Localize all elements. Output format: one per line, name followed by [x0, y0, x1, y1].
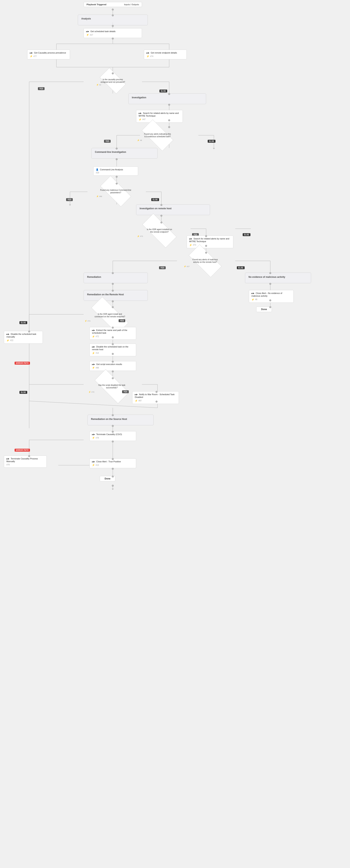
- yes-badge-2: YES: [104, 140, 111, 143]
- else-badge-4: ELSE: [243, 233, 250, 236]
- close-no-evidence-node[interactable]: ▶ Close Alert - No evidence of malicious…: [249, 290, 293, 303]
- disable-manually-title: Disable the scheduled task manually: [6, 333, 36, 338]
- connector-circle: [112, 343, 114, 345]
- get-causality-id: #77: [33, 55, 37, 57]
- cmdline-analysis-node[interactable]: 👤 Command-Line Analysis #29: [93, 166, 138, 176]
- lightning-icon: ⚡: [146, 55, 149, 58]
- found-malicious-remote-wrapper: Found any alerts of maliciousactivity on…: [183, 252, 228, 270]
- connector-circle: [112, 72, 114, 74]
- connector-circle: [112, 431, 114, 433]
- person-icon: 👤: [96, 168, 99, 171]
- cmdline-investigation-label: Command-line Investigation: [93, 150, 128, 154]
- connector-circle: [205, 235, 207, 237]
- is-xdr-remote-wrapper: Is the XDR agent installed onthe remote …: [136, 222, 183, 240]
- disable-manually-node[interactable]: ▶ Disable the scheduled task manually ⚡ …: [4, 331, 43, 344]
- play-icon: ▶: [6, 333, 9, 335]
- get-causality-node[interactable]: ▶ Get Causality process prevalence ⚡ #77: [27, 50, 70, 59]
- search-related-title: Search for related alerts by name and MI…: [139, 112, 179, 117]
- get-scheduled-id: #27: [90, 34, 93, 36]
- play-icon: ▶: [251, 292, 254, 294]
- connector-circle: [112, 306, 114, 308]
- connector-circle: [168, 104, 170, 106]
- lightning-icon: ⚡: [189, 244, 192, 246]
- error-path-badge-1: ERROR PATH: [14, 362, 30, 365]
- get-remote-id: #74: [150, 55, 153, 57]
- yes-badge-xdr: YES: [118, 319, 125, 322]
- connector-circle: [112, 458, 114, 460]
- is-xdr-connected-label: Is the XDR agent install andconnected on…: [83, 308, 136, 323]
- is-xdr-remote-label: Is the XDR agent installed onthe remote …: [136, 223, 183, 239]
- get-causality-title: Get Causality process prevalence: [34, 52, 66, 54]
- connector-circle: [112, 440, 114, 442]
- lightning-icon: ⚡: [96, 195, 99, 197]
- connector-circle: [205, 245, 207, 247]
- connector-circle: [269, 283, 271, 285]
- connector-circle: [161, 215, 162, 217]
- play-icon: ▶: [135, 393, 138, 396]
- connector-circle: [112, 370, 114, 372]
- no-evidence-label: No evidence of malicious activity: [247, 275, 287, 279]
- lightning-icon: ⚡: [89, 391, 91, 393]
- else-badge-3: ELSE: [151, 198, 159, 201]
- analysis-label: Analysis: [80, 17, 92, 21]
- connector-circle: [116, 148, 118, 150]
- connector-circle: [161, 221, 162, 223]
- play-icon: ▶: [92, 433, 95, 436]
- connector-circle: [112, 300, 114, 302]
- search-mitre-node[interactable]: ▶ Search for related alerts by name and …: [187, 236, 233, 248]
- connector-circle: [112, 14, 114, 17]
- trigger-node[interactable]: Playbook Triggered Inputs / Outputs: [83, 2, 142, 7]
- connector-circle: [116, 176, 118, 178]
- remediation-group-label: Remediation: [85, 275, 103, 279]
- close-no-evidence-title: Close Alert - No evidence of malicious a…: [251, 292, 282, 297]
- connector-circle: [112, 336, 114, 338]
- terminate-manually-title: Terminate Causality Process Manually: [6, 458, 38, 463]
- cmdline-analysis-title: Command-Line Analysis: [100, 168, 123, 171]
- else-badge-5: ELSE: [237, 266, 245, 269]
- connector-circle: [205, 252, 207, 254]
- lightning-icon: ⚡: [92, 464, 95, 466]
- connector-circle: [112, 25, 114, 27]
- close-true-positive-title: Close Alert - True Positive: [96, 460, 121, 463]
- close-true-positive-id: #13: [96, 464, 99, 466]
- disable-manually-id: #22: [10, 339, 13, 341]
- has-disabled-wrapper: Has the script disabled the tasksuccessf…: [88, 378, 136, 395]
- connector-circle: [112, 475, 114, 477]
- lightning-icon: ⚡: [96, 84, 99, 86]
- connector-circle: [112, 361, 114, 363]
- terminate-manually-node[interactable]: ▶ Terminate Causality Process Manually #…: [4, 456, 47, 468]
- else-badge-disabled: ELSE: [20, 391, 27, 394]
- terminate-causality-title: Terminate Causality (CGO): [96, 433, 122, 435]
- connector-circle: [269, 272, 271, 274]
- play-icon: ▶: [146, 52, 149, 54]
- connector-circle: [112, 327, 114, 329]
- remediation-remote-label: Remediation on the Remote Host: [85, 292, 126, 297]
- is-causality-diamond-wrapper: Is the causality processunsigned and not…: [95, 73, 130, 89]
- diamond-id: #73: [140, 235, 143, 237]
- disable-task-remote-title: Disable the scheduled task on the remote…: [92, 345, 128, 350]
- connector-circle: [112, 37, 114, 39]
- search-mitre-id: #73: [193, 244, 196, 246]
- get-scheduled-node[interactable]: ▶ Get scheduled task details ⚡ #27: [83, 28, 142, 38]
- connector-circle: [168, 93, 170, 95]
- connector-circle: [112, 425, 114, 427]
- search-related-id: #47: [142, 118, 146, 121]
- search-related-node[interactable]: ▶ Search for related alerts by name and …: [136, 110, 183, 123]
- diamond-id: #2: [99, 84, 101, 86]
- search-mitre-title: Search for related alerts by name and MI…: [189, 238, 229, 243]
- is-xdr-connected-wrapper: Is the XDR agent install andconnected on…: [83, 307, 136, 324]
- yes-badge-3: YES: [66, 198, 73, 201]
- extract-task-title: Extract the name and path of the schedul…: [92, 329, 127, 334]
- lightning-icon: ⚡: [251, 298, 254, 301]
- terminate-manually-id: #79: [6, 464, 44, 466]
- terminate-causality-id: #78: [96, 437, 99, 439]
- diamond-id: #27: [187, 266, 189, 268]
- remote-investigation-label: Investigation on remote host: [138, 206, 173, 211]
- play-icon: ▶: [189, 238, 192, 240]
- is-causality-label: Is the causality processunsigned and not…: [95, 73, 130, 89]
- get-remote-node[interactable]: ▶ Get remote endpoint details ⚡ #74: [144, 50, 187, 59]
- get-scheduled-title: Get scheduled task details: [91, 30, 115, 32]
- lightning-icon: ⚡: [139, 118, 142, 121]
- play-icon: ▶: [86, 30, 89, 33]
- connector-circle: [116, 158, 118, 160]
